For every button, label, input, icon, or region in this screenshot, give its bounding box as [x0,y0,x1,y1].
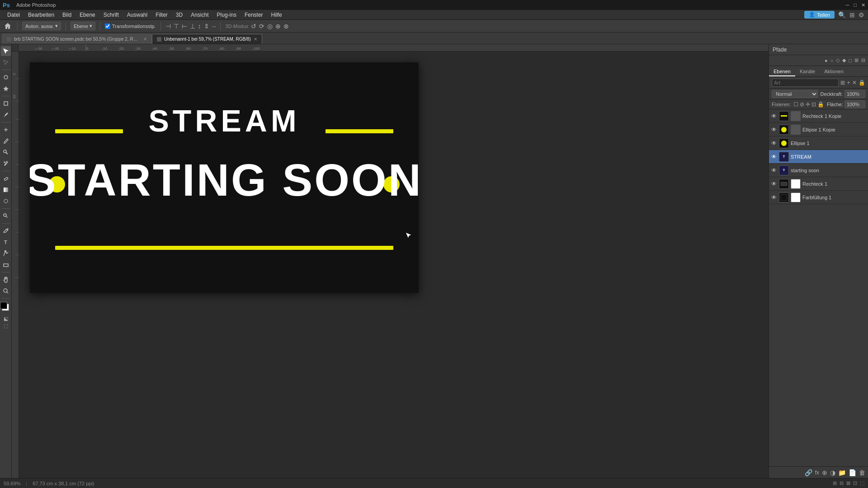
align-right-icon[interactable]: ⊢ [182,23,187,30]
direct-select-tool[interactable] [1,57,11,67]
layer-mask-icon[interactable]: ⊕ [822,469,827,476]
clone-stamp-tool[interactable] [1,147,11,157]
layer-adj-icon[interactable]: ◑ [830,469,835,476]
layers-list[interactable]: 👁 Rechteck 1 Kopie 👁 Ellipse [769,109,868,466]
layer-vis-icon[interactable]: 👁 [771,167,777,174]
lock-icon[interactable]: 🔒 [859,79,865,87]
tab-stream-close[interactable]: ✕ [254,37,257,42]
menu-filter[interactable]: Filter [152,11,171,19]
settings-icon[interactable]: ⚙ [859,11,864,19]
color-swatches[interactable] [0,302,12,314]
fix-artboard-icon[interactable]: ⊡ [811,101,816,108]
ebene-dropdown[interactable]: Ebene ▾ [71,22,95,30]
panel-circle2-icon[interactable]: ○ [830,58,834,63]
close-filter-icon[interactable]: ✕ [852,79,857,87]
flaeche-input[interactable] [844,100,865,108]
layer-search-input[interactable] [772,79,839,87]
layer-link-icon[interactable]: 🔗 [805,469,812,476]
close-button[interactable]: ✕ [861,2,865,8]
align-center-v-icon[interactable]: ⊤ [174,23,179,30]
layer-item-farbfuellung1[interactable]: 👁 Farbfüllung 1 [769,191,868,204]
filter-icon[interactable]: ⊞ [840,79,845,87]
blur-tool[interactable] [1,196,11,206]
pen-tool[interactable] [1,226,11,236]
tab-kanaele[interactable]: Kanäle [795,67,820,76]
view-icon[interactable]: ⊞ [849,11,855,19]
layer-folder-icon[interactable]: 📁 [838,469,846,476]
type-tool[interactable]: T [1,237,11,247]
align-bottom-icon[interactable]: ⇕ [204,23,209,30]
layer-item-stream[interactable]: 👁 T STREAM [769,150,868,164]
tool-home-icon[interactable] [3,21,13,31]
maximize-button[interactable]: □ [854,2,857,8]
transform-checkbox[interactable]: Transformationsstp. [105,23,156,29]
screen-mode-button[interactable]: ⬚ [4,323,8,329]
path-select-tool[interactable] [1,249,11,258]
select-tool[interactable] [1,46,11,56]
rotate-icon[interactable]: ↺ [251,23,256,30]
tab-stream[interactable]: Unbenannt-1 bei 59,7% (STREAM, RGB/8) ✕ [152,34,262,44]
menu-hilfe[interactable]: Hilfe [268,11,286,19]
layer-vis-icon[interactable]: 👁 [771,194,777,201]
history-brush-tool[interactable] [1,159,11,169]
panel-circle-icon[interactable]: ● [825,58,828,63]
add-filter-icon[interactable]: + [847,79,850,87]
align-left-icon[interactable]: ⊣ [165,23,171,30]
blend-mode-dropdown[interactable]: Normal Auflösen Multiplizieren [772,90,818,98]
minimize-button[interactable]: ─ [846,2,849,8]
reflect-icon[interactable]: ⟳ [259,23,264,30]
hand-tool[interactable] [1,275,11,285]
menu-datei[interactable]: Datei [4,11,24,19]
opacity-input[interactable] [844,90,865,98]
tab-brb-close[interactable]: ✕ [143,37,147,42]
menu-3d[interactable]: 3D [172,11,186,19]
menu-bild[interactable]: Bild [59,11,75,19]
lasso-tool[interactable] [1,72,11,82]
menu-ebene[interactable]: Ebene [76,11,99,19]
status-icon-4[interactable]: ⊡ [853,480,857,486]
layer-item-ellipse1[interactable]: 👁 Ellipse 1 [769,136,868,150]
status-icon-2[interactable]: ⊟ [840,480,844,486]
fix-all-icon[interactable]: 🔒 [817,101,824,108]
tab-brb[interactable]: brb STARTING SOON screen.psdc bei 50,5% … [2,34,152,44]
status-icon-5[interactable]: ⬚ [860,480,864,486]
eyedropper-tool[interactable] [1,110,11,120]
panel-grid-icon[interactable]: ⊞ [854,57,859,63]
layer-item-ellipse1kopie[interactable]: 👁 Ellipse 1 Kopie [769,123,868,136]
panel-diamond2-icon[interactable]: ◆ [842,57,846,63]
crop-tool[interactable] [1,99,11,108]
align-top-icon[interactable]: ⊥ [190,23,195,30]
share-button[interactable]: 👤 Teilen [804,11,835,19]
snap-icon[interactable]: ◎ [267,23,273,30]
layer-new-icon[interactable]: 📄 [849,469,856,476]
layer-vis-icon[interactable]: 👁 [771,113,777,119]
extra-icon[interactable]: ⊗ [283,23,289,30]
quick-mask-button[interactable]: ⬕ [4,316,8,322]
layer-vis-icon[interactable]: 👁 [771,127,777,133]
fix-brush-icon[interactable]: ⊘ [800,101,804,108]
eraser-tool[interactable] [1,174,11,183]
magic-wand-tool[interactable] [1,84,11,94]
canvas-area[interactable]: −30 −20 −10 0 10 20 30 40 50 60 70 80 90… [12,44,769,478]
align-middle-icon[interactable]: ↕ [198,23,201,30]
search-icon[interactable]: 🔍 [838,11,846,19]
panel-square-icon[interactable]: □ [849,58,852,63]
status-icon-1[interactable]: ⊞ [833,480,837,486]
shape-tool[interactable] [1,260,11,270]
layer-vis-icon[interactable]: 👁 [771,154,777,160]
fg-color-swatch[interactable] [0,302,7,309]
fix-move-icon[interactable]: ✛ [806,101,810,108]
menu-schrift[interactable]: Schrift [100,11,123,19]
path-icon[interactable]: ⊕ [275,23,281,30]
tool-select-dropdown[interactable]: Auton. ausw. ▾ [22,22,61,30]
layer-item-rechteck1[interactable]: 👁 Rechteck 1 [769,177,868,191]
tab-aktionen[interactable]: Aktionen [820,67,848,76]
menu-plugins[interactable]: Plug-ins [213,11,240,19]
zoom-tool[interactable] [1,286,11,296]
healing-tool[interactable] [1,125,11,135]
panel-expand-icon[interactable]: ⊟ [861,57,865,63]
more-options-icon[interactable]: ··· [212,23,216,30]
brush-tool[interactable] [1,136,11,146]
title-bar-controls[interactable]: ─ □ ✕ [846,2,865,8]
layer-vis-icon[interactable]: 👁 [771,140,777,146]
